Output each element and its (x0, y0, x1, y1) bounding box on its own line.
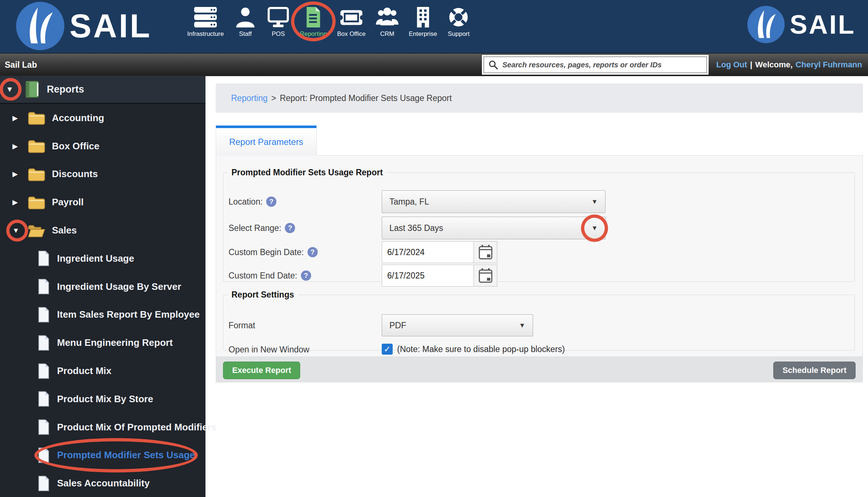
infrastructure-icon (194, 5, 217, 28)
calendar-icon (478, 244, 493, 260)
custom-begin-date-field (382, 241, 497, 263)
sidebar-item-reports[interactable]: ▼ Reports (0, 76, 205, 104)
document-icon (37, 476, 50, 491)
sail-logo-left[interactable]: SAIL (16, 2, 152, 50)
calendar-icon (478, 268, 493, 284)
document-icon (37, 448, 50, 463)
sidebar-item-payroll[interactable]: ▶ Payroll (0, 188, 205, 216)
document-icon (37, 307, 50, 322)
caret-right-icon[interactable]: ▶ (12, 198, 22, 206)
sidebar-item-product-mix-by-store[interactable]: Product Mix By Store (0, 385, 205, 413)
nav-item-enterprise[interactable]: Enterprise (409, 5, 437, 38)
document-icon (37, 279, 50, 294)
open-in-new-window-checkbox[interactable] (382, 344, 393, 355)
execute-report-button[interactable]: Execute Report (223, 362, 300, 379)
report-settings-legend: Report Settings (228, 290, 298, 300)
format-select[interactable]: PDF (382, 314, 533, 336)
caret-right-icon[interactable]: ▶ (12, 142, 22, 150)
nav-item-box-office[interactable]: Box Office (337, 5, 366, 38)
select-range-label: Select Range: (229, 223, 295, 233)
nav-item-crm[interactable]: CRM (376, 5, 399, 38)
sidebar-item-ingredient-usage[interactable]: Ingredient Usage (0, 244, 205, 273)
sail-logo-icon (16, 2, 64, 50)
action-bar: Execute Report Schedule Report (216, 357, 863, 382)
help-icon[interactable] (266, 197, 276, 207)
enterprise-icon (412, 5, 434, 28)
report-form-legend: Prompted Modifier Sets Usage Report (228, 168, 386, 178)
caret-down-icon[interactable]: ▼ (6, 85, 15, 94)
tab-report-parameters[interactable]: Report Parameters (216, 126, 317, 156)
sidebar-item-prompted-modifier-sets-usage[interactable]: Prompted Modifier Sets Usage (0, 441, 205, 470)
breadcrumb-reporting-link[interactable]: Reporting (231, 93, 268, 103)
popup-blockers-note: (Note: Make sure to disable pop-up block… (397, 344, 565, 354)
folder-open-icon (28, 224, 45, 238)
document-icon (37, 363, 50, 379)
box-office-icon (340, 5, 363, 28)
breadcrumb-separator: > (271, 93, 276, 103)
caret-right-icon[interactable]: ▶ (12, 170, 22, 178)
location-label: Location: (229, 197, 276, 207)
reporting-icon (302, 5, 325, 28)
caret-right-icon[interactable]: ▶ (12, 114, 22, 122)
report-settings-fieldset: Report Settings Format PDF Open in New W… (223, 290, 855, 351)
custom-begin-date-input[interactable] (382, 241, 474, 263)
support-icon (447, 5, 470, 28)
sidebar-item-sales-accountability[interactable]: Sales Accountability (0, 469, 205, 497)
nav-item-pos[interactable]: POS (267, 5, 290, 38)
sidebar-item-ingredient-usage-by-server[interactable]: Ingredient Usage By Server (0, 273, 205, 301)
sidebar-item-product-mix[interactable]: Product Mix (0, 357, 205, 385)
nav-item-staff[interactable]: Staff (234, 5, 257, 38)
user-name-link[interactable]: Cheryl Fuhrmann (796, 60, 862, 70)
sidebar-item-item-sales-report-by-employee[interactable]: Item Sales Report By Employee (0, 301, 205, 329)
help-icon[interactable] (285, 223, 295, 233)
document-icon (37, 251, 50, 266)
dropdown-arrow-icon (519, 322, 525, 329)
dropdown-arrow-icon (591, 198, 598, 206)
help-icon[interactable] (301, 270, 311, 281)
brand-text: SAIL (790, 10, 856, 40)
nav-item-infrastructure[interactable]: Infrastructure (187, 5, 224, 38)
search-input[interactable] (502, 60, 702, 70)
location-select[interactable]: Tampa, FL (382, 190, 605, 213)
calendar-button[interactable] (474, 241, 497, 263)
crm-icon (376, 5, 399, 28)
sail-app-window: SAIL Infrastructure Staff POS Reporting … (0, 0, 868, 497)
sidebar-item-accounting[interactable]: ▶ Accounting (0, 104, 205, 132)
welcome-text: Welcome, (755, 60, 793, 70)
report-form-fieldset: Prompted Modifier Sets Usage Report Loca… (223, 168, 855, 282)
help-icon[interactable] (307, 247, 318, 257)
select-range-dropdown-arrow-icon (591, 224, 598, 232)
sidebar-item-menu-engineering-report[interactable]: Menu Engineering Report (0, 329, 205, 357)
sail-logo-right: SAIL (747, 6, 856, 43)
divider: | (750, 60, 752, 70)
sidebar-item-product-mix-of-prompted-modifiers[interactable]: Product Mix Of Prompted Modifiers (0, 413, 205, 441)
top-navbar: SAIL Infrastructure Staff POS Reporting … (0, 0, 868, 53)
folder-closed-icon (28, 139, 45, 153)
sidebar-item-box-office[interactable]: ▶ Box Office (0, 132, 205, 160)
format-label: Format (229, 321, 255, 330)
schedule-report-button[interactable]: Schedule Report (773, 362, 856, 379)
folder-closed-icon (28, 167, 45, 181)
custom-begin-date-label: Custom Begin Date: (229, 247, 318, 257)
site-label: Sail Lab (5, 60, 37, 70)
logout-link[interactable]: Log Out (716, 60, 747, 70)
custom-end-date-field (382, 265, 497, 287)
open-in-new-window-label: Open in New Window (229, 345, 309, 355)
breadcrumb-current: Report: Prompted Modifier Sets Usage Rep… (280, 93, 452, 103)
custom-end-date-input[interactable] (382, 265, 474, 287)
nav-item-support[interactable]: Support (447, 5, 470, 38)
breadcrumb: Reporting > Report: Prompted Modifier Se… (216, 83, 863, 113)
nav-item-reporting[interactable]: Reporting (300, 5, 327, 38)
sidebar-item-discounts[interactable]: ▶ Discounts (0, 160, 205, 188)
reports-book-icon (23, 81, 40, 98)
document-icon (37, 391, 50, 407)
caret-down-icon[interactable]: ▼ (12, 227, 22, 235)
document-icon (37, 335, 50, 351)
custom-end-date-label: Custom End Date: (229, 270, 311, 281)
primary-nav: Infrastructure Staff POS Reporting Box O… (187, 5, 470, 38)
select-range-select[interactable]: Last 365 Days (382, 217, 605, 239)
folder-closed-icon (28, 111, 45, 125)
calendar-button[interactable] (474, 265, 497, 287)
search-icon (488, 60, 498, 70)
sidebar-item-sales[interactable]: ▼ Sales (0, 216, 205, 244)
